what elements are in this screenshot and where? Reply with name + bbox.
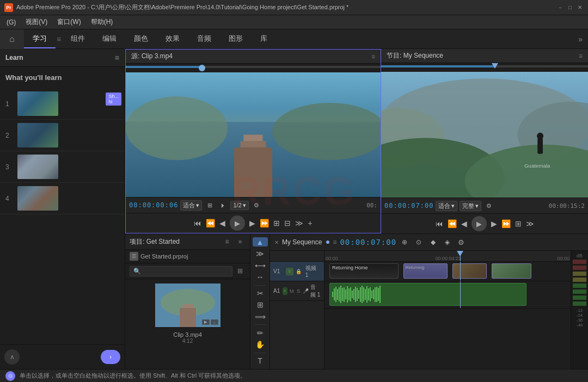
- program-next-btn[interactable]: ▶: [491, 219, 497, 228]
- slide-tool-btn[interactable]: ⟹: [253, 312, 268, 321]
- track-select-btn[interactable]: ≫: [253, 249, 268, 258]
- source-settings-btn[interactable]: ⚙: [251, 200, 262, 211]
- learn-item-3[interactable]: 3: [0, 151, 125, 183]
- source-ratio-label: 1/2: [233, 202, 241, 208]
- tab-effects[interactable]: 效果: [157, 29, 188, 48]
- tab-color[interactable]: 颜色: [125, 29, 157, 48]
- timeline-returning-clip[interactable]: Returning: [403, 263, 448, 279]
- project-media-thumbnail[interactable]: ▶ ♪: [155, 284, 220, 327]
- track-v1-visibility-btn[interactable]: V: [286, 268, 293, 275]
- program-fit-dropdown[interactable]: 适合 ▾: [436, 201, 457, 211]
- source-next-btn[interactable]: ▶: [249, 219, 255, 227]
- track-a1-mute-btn[interactable]: M: [289, 287, 294, 295]
- program-prev-btn[interactable]: ◀: [461, 219, 467, 228]
- program-insert-btn[interactable]: ⊞: [515, 219, 522, 228]
- project-menu-icon[interactable]: ≡: [222, 236, 232, 247]
- program-play-btn[interactable]: ▶: [471, 216, 487, 231]
- program-go-start-btn[interactable]: ⏮: [436, 219, 443, 228]
- source-preview-image: [126, 72, 381, 197]
- timeline-clip-3[interactable]: [452, 263, 487, 279]
- program-step-back-btn[interactable]: ⏪: [448, 219, 457, 228]
- minimize-button[interactable]: －: [556, 4, 564, 11]
- timeline-work-area[interactable]: 00:00 00:00:04:23 00:00: [324, 251, 571, 369]
- learn-panel-menu-icon[interactable]: ≡: [115, 53, 119, 62]
- rolling-edit-btn[interactable]: ↔: [253, 272, 268, 281]
- source-play-btn[interactable]: ▶: [230, 215, 245, 231]
- close-button[interactable]: ✕: [576, 4, 584, 11]
- timeline-clip-4[interactable]: [492, 263, 531, 279]
- program-complete-dropdown[interactable]: 完整 ▾: [460, 201, 481, 211]
- menu-help[interactable]: 帮助(H): [87, 16, 118, 28]
- learn-item-1[interactable]: 1 Sh...hi: [0, 88, 125, 120]
- tab-assembly[interactable]: 组件: [62, 29, 94, 48]
- timeline-marker-btn[interactable]: ◆: [427, 236, 439, 248]
- program-ctrl-btn[interactable]: ⚙: [483, 200, 494, 211]
- timeline-add-marker-btn[interactable]: ◈: [441, 236, 453, 248]
- program-preview-image: Guatemala: [381, 72, 588, 198]
- source-ctrl-btn-2[interactable]: ⏵: [217, 200, 228, 211]
- timeline-link-btn[interactable]: ⊙: [413, 236, 425, 248]
- timeline-title-clip[interactable]: Returning Home: [329, 263, 399, 279]
- source-scrubber-handle[interactable]: [199, 65, 205, 71]
- track-a1-label: A1: [273, 288, 281, 294]
- v1-playhead: [460, 262, 461, 281]
- program-monitor-scrubber[interactable]: [381, 63, 588, 72]
- learn-panel: Learn ≡ What you'll learn 1 Sh...hi 2 3 …: [0, 49, 125, 369]
- learn-next-button[interactable]: ›: [101, 350, 120, 364]
- learn-item-4[interactable]: 4: [0, 183, 125, 214]
- pen-tool-btn[interactable]: ✏: [253, 328, 268, 337]
- menu-window[interactable]: 窗口(W): [53, 16, 85, 28]
- source-overwrite-btn[interactable]: ⊟: [284, 219, 291, 227]
- learn-item-2[interactable]: 2: [0, 120, 125, 151]
- track-v1-lock-btn[interactable]: 🔒: [295, 268, 303, 275]
- tab-graphics[interactable]: 图形: [220, 29, 252, 48]
- tab-learn[interactable]: 学习: [24, 29, 56, 48]
- program-scrubber-handle[interactable]: [492, 63, 498, 69]
- project-search-btn[interactable]: ⊞: [235, 266, 246, 276]
- svg-rect-6: [243, 135, 262, 141]
- toolbar-overflow-btn[interactable]: »: [573, 35, 588, 44]
- program-monitor-menu-icon[interactable]: ≡: [579, 52, 583, 60]
- timeline-close-icon[interactable]: ✕: [274, 239, 279, 245]
- timeline-magnet-btn[interactable]: ⊕: [399, 236, 411, 248]
- menu-g[interactable]: (G): [2, 17, 20, 27]
- menu-view[interactable]: 视图(V): [21, 16, 52, 28]
- source-add-btn[interactable]: +: [308, 219, 312, 227]
- project-search-input[interactable]: 🔍: [130, 266, 232, 276]
- source-ctrl-btn-1[interactable]: ⊞: [204, 200, 215, 211]
- tab-edit[interactable]: 编辑: [94, 29, 125, 48]
- tab-library[interactable]: 库: [252, 29, 276, 48]
- razor-tool-btn[interactable]: ✂: [253, 288, 268, 298]
- text-tool-btn[interactable]: T: [253, 356, 268, 366]
- timeline-audio-clip[interactable]: [329, 283, 526, 306]
- source-step-back-btn[interactable]: ⏪: [206, 219, 215, 227]
- home-button[interactable]: ⌂: [0, 29, 24, 49]
- slip-tool-btn[interactable]: ⊞: [253, 300, 268, 310]
- track-a1-mic-btn[interactable]: 🎤: [303, 287, 309, 295]
- track-a1-visibility-btn[interactable]: A: [283, 287, 287, 295]
- wave-17: [358, 290, 359, 299]
- track-a1-solo-btn[interactable]: S: [296, 287, 301, 295]
- source-export-btn[interactable]: ≫: [295, 219, 303, 227]
- project-expand-icon[interactable]: »: [235, 236, 246, 247]
- source-monitor-scrubber[interactable]: [126, 64, 381, 72]
- program-step-fwd-btn[interactable]: ⏩: [501, 219, 511, 228]
- ripple-edit-btn[interactable]: ⟷: [253, 261, 268, 270]
- program-export-btn[interactable]: ≫: [526, 219, 534, 228]
- timeline-menu-icon[interactable]: ≡: [333, 238, 336, 246]
- source-monitor-menu-icon[interactable]: ≡: [371, 53, 375, 60]
- maximize-button[interactable]: □: [566, 4, 574, 11]
- select-tool-btn[interactable]: ▲: [253, 237, 268, 247]
- source-insert-btn[interactable]: ⊞: [273, 219, 280, 227]
- learn-prev-button[interactable]: ∧: [4, 349, 20, 365]
- source-prev-btn[interactable]: ◀: [219, 219, 225, 227]
- source-fit-dropdown[interactable]: 适合 ▾: [180, 200, 202, 211]
- tab-audio[interactable]: 音频: [188, 29, 220, 48]
- hand-tool-btn[interactable]: ✋: [253, 340, 268, 349]
- timeline-wrench-btn[interactable]: ⚙: [455, 236, 467, 248]
- project-panel: 项目: Get Started ≡ » ☰ Get Started.prproj…: [125, 234, 250, 369]
- wave-23: [368, 288, 369, 300]
- source-go-start-btn[interactable]: ⏮: [194, 219, 201, 227]
- source-ratio-dropdown[interactable]: 1/2 ▾: [230, 201, 248, 210]
- source-step-fwd-btn[interactable]: ⏩: [260, 219, 269, 227]
